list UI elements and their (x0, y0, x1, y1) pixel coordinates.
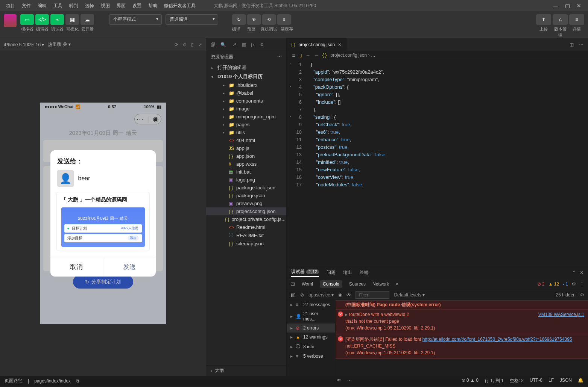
settings-gear-icon[interactable]: ⚙ (580, 292, 584, 298)
stop-icon[interactable]: ⊘ (183, 42, 187, 47)
msg-filter-2 errors[interactable]: ▸⊘2 errors (287, 324, 335, 333)
sidebar-toggle-icon[interactable]: ▮▯ (290, 292, 296, 298)
project-avatar[interactable] (4, 14, 17, 27)
menu-项目[interactable]: 项目 (3, 1, 18, 11)
file-app.wxss[interactable]: #app.wxss (206, 160, 286, 168)
msg-filter-27 messages[interactable]: ▸≡27 messages (287, 300, 335, 309)
upload-button[interactable]: ⬆ (536, 14, 551, 25)
font-url-link[interactable]: http://at.alicdn.com/t/c/font_1671050_2w… (422, 337, 572, 342)
file-utils[interactable]: ▸📁utils (206, 128, 286, 136)
editor-tab[interactable]: { } project.config.json ✕ (287, 38, 346, 51)
compile-select[interactable]: 普通编译 (166, 14, 218, 25)
wxml-tab[interactable]: Wxml (302, 281, 313, 287)
file-pages[interactable]: ▸📁pages (206, 121, 286, 128)
file-image[interactable]: ▸📁image (206, 105, 286, 113)
eye-icon[interactable]: ◉ (338, 292, 342, 298)
file-logo.png[interactable]: ▣logo.png (206, 176, 286, 184)
menu-帮助[interactable]: 帮助 (145, 1, 160, 11)
modal-send-button[interactable]: 发送 (103, 257, 156, 277)
msg-filter-12 warnings[interactable]: ▸▲12 warnings (287, 333, 335, 342)
branch-icon[interactable]: ⎇ (231, 42, 237, 47)
dt-more-icon[interactable]: ⋮ (580, 281, 584, 287)
file-.hbuilderx[interactable]: ▸📁.hbuilderx (206, 81, 286, 89)
expand-icon[interactable]: ⤢ (198, 42, 202, 47)
console-error-2[interactable]: ✕ [渲染层网络层错误] Failed to load font http://… (336, 334, 588, 359)
terminal-tab[interactable]: 终端 (360, 269, 369, 276)
file-project.config.json[interactable]: { }project.config.json (206, 207, 286, 215)
details-button[interactable]: ≡ (569, 14, 584, 25)
hot-reload-toggle[interactable]: 热重载 关 ▾ (48, 41, 71, 48)
file-miniprogram_npm[interactable]: ▸📁miniprogram_npm (206, 113, 286, 121)
menu-编辑[interactable]: 编辑 (35, 1, 50, 11)
file-README.txt[interactable]: ⓘREADME.txt (206, 231, 286, 240)
panel-close-icon[interactable]: ✕ (580, 270, 583, 275)
modal-cancel-button[interactable]: 取消 (50, 257, 103, 277)
menu-界面[interactable]: 界面 (114, 1, 129, 11)
menu-文件[interactable]: 文件 (19, 1, 34, 11)
eol[interactable]: LF (548, 378, 554, 384)
cloud-dev-button[interactable]: ☁ (81, 14, 94, 25)
more-icon[interactable]: ⚙ (260, 42, 264, 47)
menu-工具[interactable]: 工具 (50, 1, 65, 11)
file-package-lock.json[interactable]: { }package-lock.json (206, 184, 286, 192)
version-mgmt-button[interactable]: ⎌ (553, 14, 568, 25)
nav-fwd-icon[interactable]: → (314, 53, 319, 58)
file-app.json[interactable]: { }app.json (206, 152, 286, 160)
nav-back-icon[interactable]: ← (306, 53, 310, 58)
file-package.json[interactable]: { }package.json (206, 192, 286, 200)
pagepath[interactable]: pages/index/index (34, 378, 71, 384)
file-@babel[interactable]: ▸📁@babel (206, 89, 286, 97)
mode-select[interactable]: 小程序模式 (109, 14, 162, 25)
msg-filter-21 user mes...[interactable]: ▸👤21 user mes... (287, 309, 335, 324)
compile-button[interactable]: ↻ (232, 14, 246, 25)
menu-设置[interactable]: 设置 (129, 1, 144, 11)
msg-filter-8 info[interactable]: ▸ⓘ8 info (287, 342, 335, 352)
file-sitemap.json[interactable]: { }sitemap.json (206, 240, 286, 248)
file-Readme.html[interactable]: <>Readme.html (206, 223, 286, 231)
copy-path-icon[interactable]: ⧉ (76, 378, 79, 384)
bookmark-icon[interactable]: ▯ (299, 53, 302, 58)
maximize-icon[interactable]: ▢ (565, 3, 570, 9)
console-error-1[interactable]: ✕ ▸ VM139 WAService.js:1 ▸ routeDone wit… (336, 309, 588, 334)
debugger-tab[interactable]: 调试器2, 12 (291, 269, 319, 277)
device-icon[interactable]: ▯ (191, 42, 194, 47)
live-icon[interactable]: 👁 (346, 292, 351, 298)
file-preview.png[interactable]: ▣preview.png (206, 200, 286, 207)
inspect-icon[interactable]: ⮹ (290, 281, 295, 287)
refresh-icon[interactable]: ⟳ (175, 42, 178, 47)
cursor-pos[interactable]: 行 1, 列 1 (485, 378, 504, 384)
minimize-icon[interactable]: — (553, 3, 558, 9)
warn-count[interactable]: ▲ 12 (548, 281, 559, 287)
remote-debug-button[interactable]: ⟲ (262, 14, 276, 25)
breadcrumb[interactable]: project.config.json › … (330, 53, 375, 58)
indent-setting[interactable]: 空格: 2 (510, 378, 524, 384)
status-errwarn[interactable]: ⊘ 0 ▲ 0 (462, 378, 479, 384)
console-tab[interactable]: Console (320, 280, 342, 288)
project-root[interactable]: ▾D1019 个人目标日历 (206, 72, 286, 81)
file-app.js[interactable]: JSapp.js (206, 144, 286, 152)
gutter-toggle-icon[interactable]: ≣ (292, 53, 296, 58)
filter-input[interactable] (356, 291, 389, 299)
search-icon[interactable]: 🔍 (220, 42, 226, 47)
gear-icon[interactable]: ⚙ (572, 281, 576, 287)
info-count[interactable]: ▪ 1 (563, 281, 568, 287)
ext-icon[interactable]: ▦ (242, 42, 246, 47)
file-project.private.config.js...[interactable]: { }project.private.config.js... (206, 215, 286, 223)
editor-toggle-button[interactable]: </> (35, 14, 49, 25)
open-editors-section[interactable]: ▸打开的编辑器 (206, 63, 286, 72)
problems-tab[interactable]: 问题 (327, 269, 336, 276)
debugger-toggle-button[interactable]: ⌁ (50, 14, 64, 25)
menu-转到[interactable]: 转到 (66, 1, 81, 11)
visualize-toggle-button[interactable]: ▦ (65, 14, 79, 25)
eye-status-icon[interactable]: 👁 (337, 378, 341, 384)
simulator-toggle-button[interactable]: ▭ (20, 14, 34, 25)
sources-tab[interactable]: Sources (349, 281, 366, 287)
clear-console-icon[interactable]: ⊘ (300, 292, 304, 298)
context-select[interactable]: appservice ▾ (308, 292, 334, 298)
error-count[interactable]: ⊘ 2 (537, 281, 545, 287)
split-editor-icon[interactable]: ◫ (570, 42, 574, 47)
menu-微信开发者工具[interactable]: 微信开发者工具 (161, 1, 199, 11)
more-status-icon[interactable]: ⋯ (347, 378, 352, 384)
phone-simulator[interactable]: ●●●●● WeChat📶 0:57 100% ▮▮ ⋯ | ◉ 2023年0 (40, 103, 166, 324)
bell-icon[interactable]: 🔔 (578, 378, 583, 384)
